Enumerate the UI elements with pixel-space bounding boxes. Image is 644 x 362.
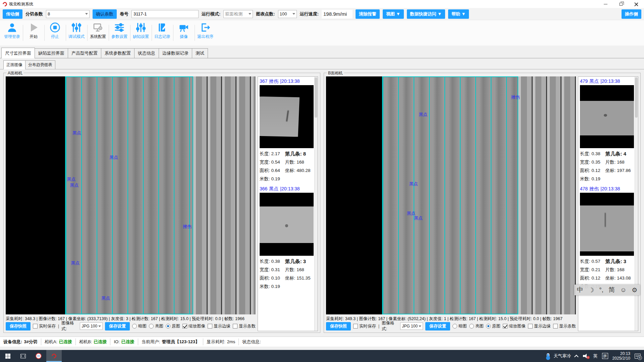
tab-status-info[interactable]: 状态信息	[134, 48, 159, 58]
defect-thumbnail[interactable]	[260, 85, 314, 148]
exit-program-button[interactable]: 退出程序	[195, 22, 216, 40]
start-button[interactable]	[0, 350, 15, 362]
tool-label: 日志记录	[154, 34, 170, 40]
camera-a-image[interactable]: 黑点黑点黑点黑点挫伤黑点黑点	[6, 76, 256, 314]
run-mode-select[interactable]: 双面检测	[223, 10, 253, 18]
play-icon	[28, 22, 39, 33]
notification-center-icon[interactable]: 6	[635, 354, 641, 359]
close-button[interactable]	[629, 0, 644, 8]
camera-b-image[interactable]: 挫伤黑点黑点黑点黑点	[326, 76, 576, 314]
log-record-button[interactable]: 日志记录	[152, 22, 173, 40]
bright-image-label: 亮图	[155, 323, 163, 329]
show-strips-checkbox[interactable]: 显示条数	[233, 323, 256, 329]
gear-icon[interactable]: ⚙	[632, 286, 637, 294]
save-settings-button[interactable]: 保存设置	[105, 322, 130, 330]
ime-punctuation-toggle[interactable]: °,	[599, 286, 603, 294]
operator-side-button[interactable]: 操作侧	[622, 9, 641, 19]
restore-button[interactable]	[613, 0, 629, 8]
admin-login-button[interactable]: 管理登录	[1, 22, 23, 40]
inspection-app-button[interactable]	[46, 350, 62, 362]
subtab-distribution-chart[interactable]: 分布趋势图表	[25, 60, 55, 69]
help-menu-button[interactable]: 帮助 ▼	[448, 9, 469, 19]
main-tab-strip: 尺寸监控界面 缺陷监控界面 产品型号配置 系统参数配置 状态信息 边缘数据记录 …	[0, 48, 644, 58]
scrollbar-thumb[interactable]	[315, 77, 317, 118]
ime-indicator[interactable]: 拼	[602, 353, 608, 359]
tab-test[interactable]: 测试	[192, 48, 208, 58]
debug-mode-button[interactable]: 调试模式	[66, 22, 87, 40]
minimize-button[interactable]	[598, 0, 613, 8]
dark-image-radio[interactable]: 暗图	[132, 323, 147, 329]
camera-a-conn-status: 已连接	[59, 339, 72, 345]
save-snapshot-button[interactable]: 保存快照	[6, 322, 31, 330]
io-conn-status: 已连接	[121, 339, 135, 345]
task-view-button[interactable]	[15, 350, 31, 362]
show-edge-checkbox[interactable]: 显示边缘	[208, 323, 230, 329]
save-snapshot-button[interactable]: 保存快照	[326, 322, 351, 330]
taskbar-clock[interactable]: 20:132025/2/10	[612, 351, 630, 361]
save-settings-button[interactable]: 保存设置	[425, 322, 450, 330]
start-button[interactable]: 开始	[23, 22, 44, 40]
defect-thumbnail[interactable]	[580, 193, 634, 256]
confirm-count-button[interactable]: 确认条数	[93, 9, 117, 19]
tab-product-model-config[interactable]: 产品型号配置	[68, 48, 101, 58]
original-image-radio[interactable]: 原图	[486, 323, 500, 329]
camera-a-defect-sidebar: 367 挫伤 |20:13:38 长度: 2.17 第几条: 8 宽度: 0.5…	[258, 76, 318, 331]
moon-icon[interactable]: ☽	[588, 286, 594, 294]
snipping-tool-button[interactable]: ✂	[31, 350, 46, 362]
drive-side-button[interactable]: 传动侧	[3, 9, 22, 19]
scrollbar-thumb[interactable]	[635, 77, 638, 118]
defect-thumbnail[interactable]	[580, 85, 634, 148]
defect-coord: 坐标: 151.35	[285, 274, 314, 282]
system-config-button[interactable]: 系统配置	[87, 22, 109, 40]
capture-button[interactable]: 摄像	[173, 22, 195, 40]
dark-image-radio[interactable]: 暗图	[452, 323, 467, 329]
tab-edge-data-record[interactable]: 边缘数据记录	[159, 48, 192, 58]
tab-defect-monitor[interactable]: 缺陷监控界面	[35, 48, 68, 58]
split-count-select[interactable]: 8	[46, 10, 90, 18]
weather-thermometer-icon[interactable]	[547, 353, 549, 359]
view-menu-button[interactable]: 视图 ▼	[383, 9, 404, 19]
defect-card[interactable]: 366 黑点 |20:13:38 长度: 0.38 第几条: 3 宽度: 0.3…	[260, 185, 314, 291]
defect-settings-button[interactable]: 缺陷设置	[130, 22, 152, 40]
show-edge-checkbox[interactable]: 显示边缘	[528, 323, 551, 329]
defect-thumbnail[interactable]	[260, 193, 314, 256]
image-format-select[interactable]: JPG 100	[80, 322, 103, 330]
zoom-image-checkbox[interactable]: 缩放图像	[182, 323, 205, 329]
tab-system-param-config[interactable]: 系统参数配置	[101, 48, 135, 58]
bright-image-radio[interactable]: 亮图	[469, 323, 484, 329]
image-format-select[interactable]: JPG 100	[400, 322, 423, 330]
subtab-front-image[interactable]: 正面图像	[3, 60, 25, 69]
defect-card[interactable]: 479 黑点 |20:13:38 长度: 0.38 第几条: 4 宽度: 0.3…	[580, 77, 634, 183]
stop-button[interactable]: 停止	[44, 22, 66, 40]
defect-time: |20:13:38	[280, 186, 300, 192]
parameter-settings-button[interactable]: 参数设置	[109, 22, 130, 40]
zoom-image-label: 缩放图像	[189, 323, 205, 329]
clear-alarm-button[interactable]: 清除报警	[356, 9, 380, 19]
emoji-icon[interactable]: ☺	[620, 286, 627, 294]
scrollbar[interactable]	[314, 77, 318, 331]
sub-tab-strip: 正面图像 分布趋势图表	[0, 60, 644, 69]
volume-muted-icon[interactable]: ×	[583, 354, 589, 358]
bright-image-radio[interactable]: 亮图	[149, 323, 163, 329]
realtime-save-checkbox[interactable]: 实时保存	[353, 323, 376, 329]
defect-strip-no: 第几条: 8	[285, 149, 314, 158]
show-strips-checkbox[interactable]: 显示条数	[553, 323, 576, 329]
realtime-save-checkbox[interactable]: 实时保存	[33, 323, 56, 329]
camera-b-title: B面相机	[327, 70, 344, 76]
roll-number-input[interactable]	[131, 10, 199, 18]
chart-points-select[interactable]: 100	[278, 10, 297, 18]
ime-chinese-mode[interactable]: 中	[577, 286, 583, 294]
tab-size-monitor[interactable]: 尺寸监控界面	[1, 48, 35, 58]
data-quick-access-button[interactable]: 数据快捷访问 ▼	[407, 9, 445, 19]
zoom-image-checkbox[interactable]: 缩放图像	[503, 323, 526, 329]
separator: |	[58, 324, 59, 328]
language-indicator[interactable]: 英	[593, 353, 598, 359]
defect-card[interactable]: 478 挫伤 |20:13:38 长度: 0.57 第几条: 3 宽度: 0.2…	[580, 185, 634, 291]
hidden-icons-chevron[interactable]	[574, 355, 579, 359]
display-time-value: 2ms	[227, 339, 235, 344]
weather-text[interactable]: 天气寒冷	[554, 353, 571, 359]
original-image-radio[interactable]: 原图	[166, 323, 180, 329]
ime-simplified-toggle[interactable]: 简	[608, 286, 615, 294]
show-strips-label: 显示条数	[239, 323, 256, 329]
defect-card[interactable]: 367 挫伤 |20:13:38 长度: 2.17 第几条: 8 宽度: 0.5…	[260, 77, 314, 183]
